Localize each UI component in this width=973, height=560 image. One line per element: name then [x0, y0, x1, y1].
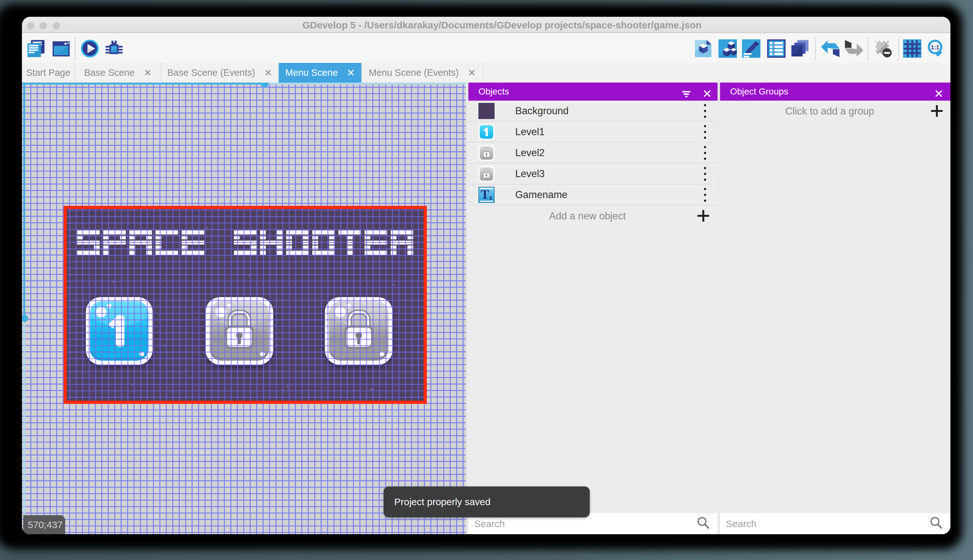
svg-text:x: x — [489, 193, 493, 201]
svg-text:1:1: 1:1 — [931, 44, 939, 51]
svg-text:T: T — [481, 187, 490, 202]
